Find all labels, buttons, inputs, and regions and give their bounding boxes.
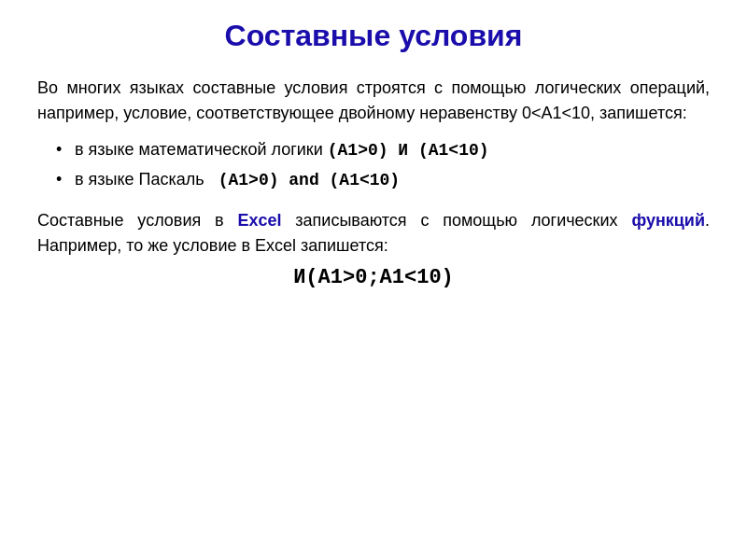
paragraph-2-part2: записываются с помощью логических <box>281 211 631 230</box>
center-code-block: И(A1>0;A1<10) <box>37 266 710 289</box>
center-code-text: И(A1>0;A1<10) <box>293 266 454 289</box>
list-item-2-code: (A1>0) and (A1<10) <box>218 171 400 189</box>
list-item-1-code: (A1>0) И (A1<10) <box>328 141 489 160</box>
paragraph-2: Составные условия в Excel записываются с… <box>37 208 710 259</box>
bullet-list: в языке математической логики (A1>0) И (… <box>56 137 710 193</box>
page-title: Составные условия <box>37 19 710 53</box>
page: Составные условия Во многих языках соста… <box>0 0 747 560</box>
list-item-2: в языке Паскаль (A1>0) and (A1<10) <box>56 167 710 193</box>
paragraph-1: Во многих языках составные условия строя… <box>37 76 710 126</box>
excel-highlight: Excel <box>237 211 281 230</box>
funcs-highlight: функций <box>631 211 705 230</box>
list-item-1-prefix: в языке математической логики <box>75 140 328 159</box>
paragraph-1-text: Во многих языках составные условия строя… <box>37 78 710 122</box>
list-item-1: в языке математической логики (A1>0) И (… <box>56 137 710 163</box>
list-item-2-prefix: в языке Паскаль <box>75 170 218 189</box>
paragraph-2-part1: Составные условия в <box>37 211 237 230</box>
